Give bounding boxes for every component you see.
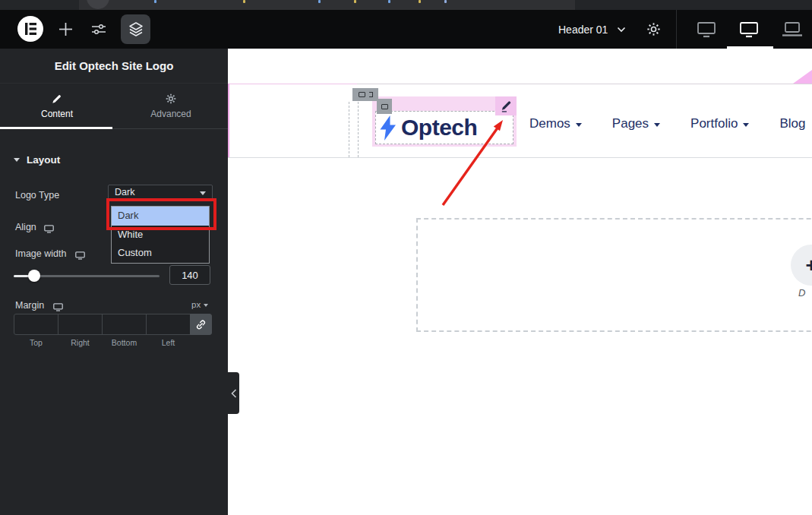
elementor-logo-button[interactable] (17, 16, 43, 42)
tab-advanced[interactable]: Advanced (114, 84, 228, 128)
monitor-icon (53, 303, 63, 311)
align-label: Align (15, 222, 36, 232)
option-custom[interactable]: Custom (112, 244, 209, 263)
tab-text-remnant (154, 0, 156, 3)
section-handle-corner (793, 70, 812, 84)
tab-text-remnant (388, 0, 390, 3)
align-responsive-toggle[interactable] (44, 223, 54, 236)
margin-side-label: Top (14, 338, 58, 347)
image-width-label: Image width (15, 248, 66, 259)
nav-label: Portfolio (690, 116, 738, 131)
site-settings-button[interactable] (91, 22, 106, 37)
caret-down-icon (14, 158, 20, 162)
monitor-icon (75, 251, 85, 260)
responsive-desktop-button[interactable] (697, 21, 716, 41)
column-guide (349, 102, 349, 157)
nav-item-blog[interactable]: Blog (779, 116, 805, 131)
caret-down-icon (204, 304, 208, 307)
option-white[interactable]: White (112, 226, 209, 245)
widget-edit-button[interactable] (495, 96, 517, 115)
tab-advanced-label: Advanced (150, 109, 191, 119)
nav-item-pages[interactable]: Pages (612, 116, 660, 131)
responsive-wide-button[interactable] (739, 21, 759, 41)
gear-icon (646, 22, 661, 36)
site-logo-text: Optech (401, 115, 477, 141)
margin-side-label: Right (58, 338, 103, 347)
caret-down-icon (743, 123, 749, 127)
caret-down-icon (576, 123, 582, 127)
image-width-slider-handle[interactable] (28, 270, 40, 282)
tab-text-remnant (444, 0, 447, 3)
gear-icon (166, 93, 176, 104)
elementor-editor: Header 01 Edit Optech Site Logo Content (0, 0, 812, 515)
column-guide (358, 102, 359, 157)
margin-top-input[interactable] (14, 314, 58, 335)
tab-content-label: Content (41, 109, 73, 119)
active-tab-underline (0, 127, 112, 129)
monitor-icon (739, 21, 759, 38)
layout-section-toggle[interactable]: Layout (14, 154, 60, 166)
add-element-button[interactable] (58, 22, 73, 36)
monitor-icon (697, 21, 716, 38)
margin-side-label: Bottom (102, 338, 147, 347)
site-logo-widget[interactable]: Optech (375, 111, 513, 144)
image-width-input[interactable] (169, 265, 210, 285)
image-width-responsive-toggle[interactable] (75, 249, 85, 263)
browser-avatar-partial (87, 0, 109, 9)
pencil-icon (501, 100, 512, 112)
lightning-bolt-icon (378, 115, 397, 141)
nav-item-portfolio[interactable]: Portfolio (690, 116, 749, 131)
panel-collapse-button[interactable] (228, 372, 239, 414)
section-bottom-border (228, 157, 812, 158)
section-left-border (228, 84, 229, 157)
layout-section-title: Layout (27, 154, 60, 166)
tab-text-remnant (354, 0, 356, 3)
section-top-border-pink (228, 84, 357, 84)
tab-text-remnant (243, 0, 245, 3)
topbar-divider (676, 10, 677, 49)
margin-side-label: Left (146, 338, 191, 347)
chevron-down-icon (617, 27, 626, 33)
document-settings-button[interactable] (646, 22, 661, 39)
preview-canvas: Optech Demos Pages Portfolio Blo (228, 49, 812, 515)
document-switcher[interactable]: Header 01 (558, 10, 626, 49)
margin-link-values-button[interactable] (190, 314, 212, 335)
logo-type-select[interactable]: Dark (108, 185, 213, 201)
plus-icon (58, 22, 73, 36)
panel-title: Edit Optech Site Logo (0, 49, 228, 84)
logo-type-selected-value: Dark (115, 187, 134, 197)
nav-label: Pages (612, 116, 649, 131)
editor-topbar: Header 01 (0, 10, 812, 49)
caret-down-icon (654, 123, 660, 127)
margin-responsive-toggle[interactable] (53, 301, 63, 314)
empty-container-dropzone[interactable] (416, 218, 812, 332)
elementor-logo-icon (25, 23, 36, 35)
structure-panel-button[interactable] (121, 14, 150, 44)
margin-label: Margin (15, 300, 44, 311)
inner-container-handle[interactable] (377, 99, 392, 114)
site-navigation: Demos Pages Portfolio Blog (529, 114, 805, 134)
nav-item-demos[interactable]: Demos (529, 116, 582, 131)
tab-content[interactable]: Content (0, 84, 114, 128)
margin-bottom-input[interactable] (102, 314, 147, 335)
container-icon (381, 104, 388, 109)
browser-strip-right (575, 0, 812, 10)
document-name: Header 01 (558, 24, 608, 36)
margin-left-input[interactable] (146, 314, 191, 335)
nav-label: Blog (779, 116, 805, 131)
drag-widget-hint: D (798, 287, 805, 299)
option-dark[interactable]: Dark (112, 207, 209, 226)
layers-icon (128, 21, 144, 37)
margin-right-input[interactable] (58, 314, 103, 335)
laptop-icon (782, 21, 803, 38)
responsive-laptop-button[interactable] (782, 21, 803, 41)
nav-label: Demos (529, 116, 570, 131)
container-icon (359, 92, 365, 97)
logo-type-dropdown: Dark White Custom (111, 206, 210, 264)
pencil-icon (52, 93, 62, 104)
panel-tabs: Content Advanced (0, 84, 228, 129)
margin-unit-value: px (191, 300, 201, 309)
logo-type-label: Logo Type (15, 190, 59, 201)
margin-unit-selector[interactable]: px (191, 300, 208, 309)
container-handle[interactable] (352, 88, 378, 101)
